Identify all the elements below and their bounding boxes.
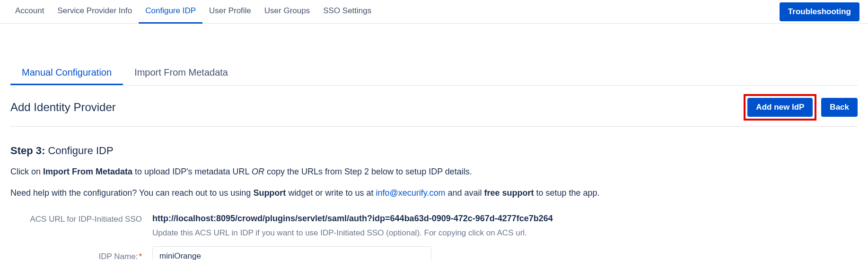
subtab-import-from-metadata[interactable]: Import From Metadata (123, 61, 239, 85)
tab-configure-idp[interactable]: Configure IDP (139, 0, 202, 24)
acs-url-value-block: http://localhost:8095/crowd/plugins/serv… (152, 214, 858, 238)
tab-sso-settings[interactable]: SSO Settings (316, 0, 378, 24)
top-nav: Account Service Provider Info Configure … (0, 0, 868, 24)
tab-user-profile[interactable]: User Profile (202, 0, 258, 24)
highlight-box: Add new IdP (744, 94, 816, 121)
main-content: Manual Configuration Import From Metadat… (0, 24, 868, 260)
acs-url-help: Update this ACS URL in IDP if you want t… (152, 228, 858, 238)
subtab-manual-configuration[interactable]: Manual Configuration (10, 61, 123, 85)
step-heading: Step 3: Configure IDP (10, 145, 858, 157)
page-title: Add Identity Provider (10, 101, 116, 114)
heading-actions: Add new IdP Back (744, 94, 858, 121)
tab-service-provider-info[interactable]: Service Provider Info (51, 0, 139, 24)
tab-user-groups[interactable]: User Groups (258, 0, 316, 24)
sub-tabs: Manual Configuration Import From Metadat… (10, 61, 858, 86)
idp-name-input[interactable] (152, 246, 431, 260)
troubleshooting-button[interactable]: Troubleshooting (780, 2, 859, 21)
back-button[interactable]: Back (821, 98, 858, 117)
support-email-link[interactable]: info@xecurify.com (376, 188, 445, 198)
tab-account[interactable]: Account (9, 0, 51, 24)
idp-name-row: IDP Name:* (10, 246, 858, 260)
form-area: ACS URL for IDP-Initiated SSO http://loc… (10, 214, 858, 260)
step-text: Configure IDP (45, 145, 113, 156)
idp-name-label: IDP Name:* (10, 246, 152, 260)
instruction-para-1: Click on Import From Metadata to upload … (10, 165, 858, 178)
acs-url-value[interactable]: http://localhost:8095/crowd/plugins/serv… (152, 214, 858, 224)
add-new-idp-button[interactable]: Add new IdP (747, 98, 813, 117)
acs-url-label: ACS URL for IDP-Initiated SSO (10, 214, 152, 224)
required-asterisk: * (139, 252, 142, 260)
acs-url-row: ACS URL for IDP-Initiated SSO http://loc… (10, 214, 858, 238)
idp-name-value-block (152, 246, 858, 260)
instruction-para-2: Need help with the configuration? You ca… (10, 187, 858, 199)
heading-row: Add Identity Provider Add new IdP Back (10, 86, 858, 127)
top-nav-tabs: Account Service Provider Info Configure … (9, 0, 378, 24)
step-prefix: Step 3: (10, 145, 45, 156)
